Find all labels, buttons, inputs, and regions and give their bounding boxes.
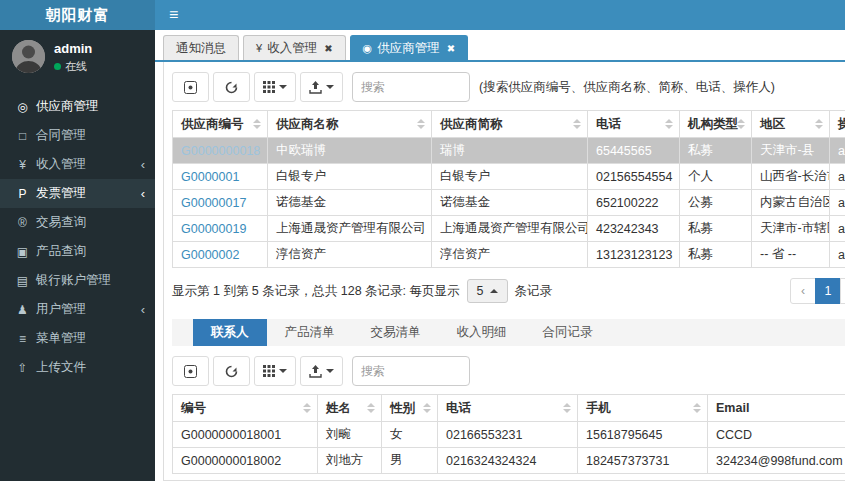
table-row[interactable]: G0000000018001 刘畹 女 02166553231 15618795… <box>173 422 845 448</box>
table-row[interactable]: G00000017 诺德基金 诺德基金 652100222 公募 内蒙古自治区 … <box>173 190 845 216</box>
supplier-code-link[interactable]: G00000017 <box>181 196 246 210</box>
cell: 652100222 <box>588 190 680 216</box>
records-summary: 显示第 1 到第 5 条记录，总共 128 条记录: 每页显示 <box>172 283 460 300</box>
cell: 182457373731 <box>578 448 708 474</box>
column-header[interactable]: Email <box>708 395 845 422</box>
contacts-table: 编号 姓名 性别 电话 手机 Email G0000000018001 刘畹 女… <box>172 394 845 474</box>
table-row[interactable]: G0000000018002 刘地方 男 0216324324324 18245… <box>173 448 845 474</box>
sidebar-menu: ◎ 供应商管理 □ 合同管理 ¥ 收入管理 P 发票管理 ® 交易查询 ▣ 产品… <box>0 92 155 382</box>
sidebar-item-contract-management[interactable]: □ 合同管理 <box>0 121 155 150</box>
page-size-value: 5 <box>477 284 484 298</box>
toggle-view-button[interactable] <box>172 356 209 386</box>
sidebar-toggle-icon[interactable]: ≡ <box>155 6 192 24</box>
column-header[interactable]: 地区 <box>752 111 830 138</box>
supplier-tab-icon: ◉ <box>363 42 373 55</box>
table-row[interactable]: G0000001 白银专户 白银专户 02156554554 个人 山西省-长治… <box>173 164 845 190</box>
transaction-icon: ® <box>12 216 33 230</box>
supplier-header-row: 供应商编号 供应商名称 供应商简称 电话 机构类型 地区 操作人 <box>173 111 845 138</box>
export-button[interactable] <box>300 72 343 102</box>
sort-icon <box>665 119 673 129</box>
sidebar-item-transaction-query[interactable]: ® 交易查询 <box>0 208 155 237</box>
page-button-2[interactable]: 2 <box>840 278 845 304</box>
tab-notifications[interactable]: 通知消息 <box>163 35 239 60</box>
page-size-select[interactable]: 5 <box>467 279 508 303</box>
column-header[interactable]: 供应商编号 <box>173 111 268 138</box>
table-row[interactable]: G0000000018 中欧瑞博 瑞博 65445565 私募 天津市-县 ad… <box>173 138 845 164</box>
user-status-label: 在线 <box>65 59 87 74</box>
column-header[interactable]: 编号 <box>173 395 318 422</box>
sidebar-item-menu-management[interactable]: ≡ 菜单管理 <box>0 324 155 353</box>
toggle-view-button[interactable] <box>172 72 209 102</box>
sidebar-item-income-management[interactable]: ¥ 收入管理 <box>0 150 155 179</box>
columns-icon <box>263 81 275 93</box>
sidebar-item-upload-file[interactable]: ⇧ 上传文件 <box>0 353 155 382</box>
cell: admin <box>830 138 845 164</box>
sidebar-item-label: 菜单管理 <box>36 330 86 347</box>
supplier-code-link[interactable]: G0000001 <box>181 170 239 184</box>
cell: 0216324324324 <box>438 448 578 474</box>
refresh-button[interactable] <box>213 356 250 386</box>
cell-supplier-code: G0000001 <box>173 164 268 190</box>
column-header[interactable]: 电话 <box>438 395 578 422</box>
cell-supplier-code: G0000002 <box>173 242 268 268</box>
page-button-1[interactable]: 1 <box>815 278 841 304</box>
cell: 15618795645 <box>578 422 708 448</box>
tab-income-management[interactable]: ¥ 收入管理 ✖ <box>243 35 346 60</box>
user-status: 在线 <box>54 59 92 74</box>
close-icon[interactable]: ✖ <box>447 43 455 54</box>
supplier-code-link[interactable]: G0000000018 <box>181 144 260 158</box>
cell-supplier-code: G0000000018 <box>173 138 268 164</box>
column-header[interactable]: 电话 <box>588 111 680 138</box>
tab-contract-records[interactable]: 合同记录 <box>525 319 611 346</box>
close-icon[interactable]: ✖ <box>324 43 332 54</box>
bank-icon: ▤ <box>12 274 33 288</box>
column-header[interactable]: 供应商名称 <box>268 111 432 138</box>
sort-icon <box>573 119 581 129</box>
tab-income-detail[interactable]: 收入明细 <box>439 319 525 346</box>
supplier-search-input[interactable] <box>352 72 470 102</box>
tab-product-list[interactable]: 产品清单 <box>267 319 353 346</box>
column-header[interactable]: 手机 <box>578 395 708 422</box>
contacts-search-input[interactable] <box>352 356 470 386</box>
sidebar-item-invoice-management[interactable]: P 发票管理 <box>0 179 155 208</box>
chevron-down-icon <box>326 85 334 89</box>
columns-button[interactable] <box>254 356 296 386</box>
supplier-code-link[interactable]: G0000002 <box>181 248 239 262</box>
supplier-code-link[interactable]: G00000019 <box>181 222 246 236</box>
cell: 诺德基金 <box>268 190 432 216</box>
tab-transaction-list[interactable]: 交易清单 <box>353 319 439 346</box>
column-header[interactable]: 性别 <box>382 395 438 422</box>
cell: 个人 <box>680 164 752 190</box>
column-header[interactable]: 供应商简称 <box>432 111 588 138</box>
columns-button[interactable] <box>254 72 296 102</box>
column-header[interactable]: 操作人 <box>830 111 845 138</box>
export-icon <box>309 365 322 378</box>
column-header[interactable]: 姓名 <box>318 395 382 422</box>
sort-icon <box>423 403 431 413</box>
user-name: admin <box>54 41 92 56</box>
income-icon: ¥ <box>12 158 33 172</box>
cell: 天津市-市辖区 <box>752 216 830 242</box>
chevron-down-icon <box>279 369 287 373</box>
sidebar-item-supplier-management[interactable]: ◎ 供应商管理 <box>0 92 155 121</box>
sidebar-item-bank-account-management[interactable]: ▤ 银行账户管理 <box>0 266 155 295</box>
sidebar-item-product-query[interactable]: ▣ 产品查询 <box>0 237 155 266</box>
refresh-button[interactable] <box>213 72 250 102</box>
sort-icon <box>303 403 311 413</box>
table-row[interactable]: G00000019 上海通晟资产管理有限公司 上海通晟资产管理有限公司 4232… <box>173 216 845 242</box>
product-icon: ▣ <box>12 245 33 259</box>
tab-supplier-management[interactable]: ◉ 供应商管理 ✖ <box>350 35 469 60</box>
app-logo[interactable]: 朝阳财富 <box>0 0 155 30</box>
sidebar-item-user-management[interactable]: ♟ 用户管理 <box>0 295 155 324</box>
table-row[interactable]: G0000002 淳信资产 淳信资产 13123123123 私募 -- 省 -… <box>173 242 845 268</box>
tab-contacts[interactable]: 联系人 <box>193 319 267 346</box>
export-button[interactable] <box>300 356 343 386</box>
user-panel: admin 在线 <box>0 30 155 82</box>
column-header[interactable]: 机构类型 <box>680 111 752 138</box>
supplier-search-hint: (搜索供应商编号、供应商名称、简称、电话、操作人) <box>479 79 775 96</box>
sort-icon <box>563 403 571 413</box>
cell: -- 省 -- <box>752 242 830 268</box>
cell: 淳信资产 <box>432 242 588 268</box>
pagination: ‹ 1 2 <box>791 278 845 304</box>
prev-page-button[interactable]: ‹ <box>790 278 816 304</box>
